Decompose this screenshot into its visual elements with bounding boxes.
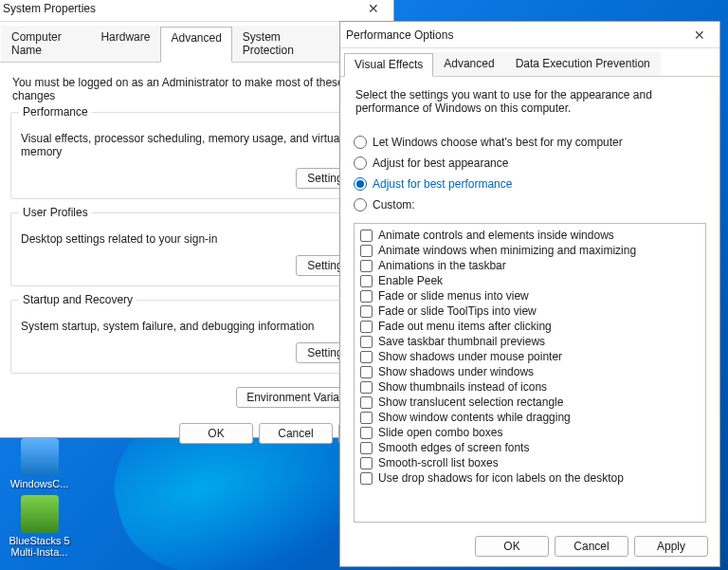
group-user-profiles: User Profiles Desktop settings related t… <box>10 212 380 286</box>
titlebar[interactable]: System Properties ✕ <box>0 0 393 22</box>
perf-checklist[interactable]: Animate controls and elements inside win… <box>354 223 706 523</box>
check-row[interactable]: Slide open combo boxes <box>360 425 700 440</box>
group-legend: Startup and Recovery <box>19 293 136 306</box>
check-row[interactable]: Show shadows under windows <box>360 364 700 379</box>
check-row[interactable]: Fade or slide ToolTips into view <box>360 303 700 319</box>
check-row[interactable]: Show shadows under mouse pointer <box>360 349 700 364</box>
check-label: Show window contents while dragging <box>378 411 571 424</box>
checkbox-icon[interactable] <box>360 260 373 272</box>
admin-instruction: You must be logged on as an Administrato… <box>12 76 378 102</box>
cancel-button[interactable]: Cancel <box>555 536 628 557</box>
group-performance: Performance Visual effects, processor sc… <box>10 112 380 199</box>
close-icon[interactable]: ✕ <box>359 0 388 18</box>
check-row[interactable]: Animations in the taskbar <box>360 258 700 273</box>
radio-icon[interactable] <box>354 156 367 170</box>
check-row[interactable]: Smooth-scroll list boxes <box>360 455 700 470</box>
sysprop-dialog-buttons: OK Cancel Appl <box>0 417 393 453</box>
check-label: Show translucent selection rectangle <box>378 395 563 409</box>
checkbox-icon[interactable] <box>360 396 373 409</box>
radio-row[interactable]: Let Windows choose what's best for my co… <box>354 132 706 153</box>
perf-tabs: Visual Effects Advanced Data Execution P… <box>340 48 719 77</box>
check-label: Animate windows when minimizing and maxi… <box>378 244 636 257</box>
radio-row[interactable]: Adjust for best performance <box>354 174 706 194</box>
check-label: Show shadows under windows <box>378 365 534 378</box>
checkbox-icon[interactable] <box>360 351 373 363</box>
group-startup-recovery: Startup and Recovery System startup, sys… <box>10 300 380 374</box>
check-label: Enable Peek <box>378 274 443 287</box>
checkbox-icon[interactable] <box>360 245 373 257</box>
desktop-icon-label: WindowsC... <box>4 478 75 489</box>
check-label: Smooth edges of screen fonts <box>378 441 529 454</box>
check-row[interactable]: Use drop shadows for icon labels on the … <box>360 470 700 486</box>
checkbox-icon[interactable] <box>360 472 373 485</box>
check-row[interactable]: Animate controls and elements inside win… <box>360 228 700 243</box>
perf-dialog-buttons: OK Cancel Apply <box>340 530 719 566</box>
check-label: Show thumbnails instead of icons <box>378 380 547 394</box>
group-desc: Desktop settings related to your sign-in <box>21 232 370 246</box>
check-row[interactable]: Save taskbar thumbnail previews <box>360 334 700 349</box>
check-label: Use drop shadows for icon labels on the … <box>378 471 624 485</box>
radio-icon[interactable] <box>354 177 367 191</box>
radio-label: Adjust for best appearance <box>373 156 508 170</box>
group-desc: Visual effects, processor scheduling, me… <box>21 132 370 158</box>
check-label: Fade or slide menus into view <box>378 289 529 303</box>
group-legend: User Profiles <box>19 206 92 219</box>
checkbox-icon[interactable] <box>360 230 373 242</box>
checkbox-icon[interactable] <box>360 275 373 287</box>
check-row[interactable]: Smooth edges of screen fonts <box>360 440 700 455</box>
tab-dep[interactable]: Data Execution Prevention <box>505 52 661 76</box>
tab-system-protection[interactable]: System Protection <box>232 26 329 62</box>
check-row[interactable]: Fade or slide menus into view <box>360 288 700 303</box>
tab-advanced[interactable]: Advanced <box>160 27 231 63</box>
tab-hardware[interactable]: Hardware <box>90 26 160 62</box>
check-label: Smooth-scroll list boxes <box>378 456 499 469</box>
checkbox-icon[interactable] <box>360 427 373 439</box>
checkbox-icon[interactable] <box>360 321 373 333</box>
sysprop-body: You must be logged on as an Administrato… <box>0 63 393 417</box>
checkbox-icon[interactable] <box>360 366 373 378</box>
check-row[interactable]: Animate windows when minimizing and maxi… <box>360 243 700 258</box>
checkbox-icon[interactable] <box>360 336 373 348</box>
checkbox-icon[interactable] <box>360 457 373 469</box>
perf-radios: Let Windows choose what's best for my co… <box>354 132 706 215</box>
close-icon[interactable]: ✕ <box>685 26 714 45</box>
tab-visual-effects[interactable]: Visual Effects <box>344 53 433 77</box>
desktop-icon-bluestacks[interactable]: BlueStacks 5 Multi-Insta... <box>4 495 75 558</box>
check-row[interactable]: Show thumbnails instead of icons <box>360 379 700 395</box>
tab-advanced[interactable]: Advanced <box>433 52 504 76</box>
titlebar[interactable]: Performance Options ✕ <box>340 22 719 48</box>
window-title: Performance Options <box>346 28 685 42</box>
window-title: System Properties <box>3 2 359 15</box>
group-desc: System startup, system failure, and debu… <box>21 320 370 333</box>
sysprop-tabs: Computer Name Hardware Advanced System P… <box>0 22 393 63</box>
tab-computer-name[interactable]: Computer Name <box>1 26 90 62</box>
check-label: Show shadows under mouse pointer <box>378 350 562 363</box>
checkbox-icon[interactable] <box>360 290 373 303</box>
radio-icon[interactable] <box>354 136 367 149</box>
ok-button[interactable]: OK <box>475 536 549 557</box>
check-label: Animations in the taskbar <box>378 259 506 272</box>
checkbox-icon[interactable] <box>360 381 373 394</box>
app-icon <box>21 495 59 533</box>
radio-icon[interactable] <box>354 198 367 211</box>
checkbox-icon[interactable] <box>360 305 373 318</box>
radio-label: Let Windows choose what's best for my co… <box>373 136 623 149</box>
checkbox-icon[interactable] <box>360 442 373 454</box>
cancel-button[interactable]: Cancel <box>259 423 333 444</box>
system-properties-window: System Properties ✕ Computer Name Hardwa… <box>0 0 394 438</box>
check-label: Fade or slide ToolTips into view <box>378 304 537 318</box>
check-label: Save taskbar thumbnail previews <box>378 335 545 348</box>
check-row[interactable]: Show translucent selection rectangle <box>360 395 700 410</box>
radio-row[interactable]: Adjust for best appearance <box>354 153 706 174</box>
radio-label: Adjust for best performance <box>373 177 512 191</box>
check-row[interactable]: Show window contents while dragging <box>360 410 700 425</box>
check-row[interactable]: Fade out menu items after clicking <box>360 319 700 334</box>
check-label: Fade out menu items after clicking <box>378 320 552 333</box>
radio-row[interactable]: Custom: <box>354 194 706 215</box>
radio-label: Custom: <box>373 198 415 211</box>
apply-button[interactable]: Apply <box>634 536 708 557</box>
check-label: Animate controls and elements inside win… <box>378 229 614 242</box>
check-row[interactable]: Enable Peek <box>360 273 700 288</box>
checkbox-icon[interactable] <box>360 412 373 424</box>
ok-button[interactable]: OK <box>179 423 253 444</box>
